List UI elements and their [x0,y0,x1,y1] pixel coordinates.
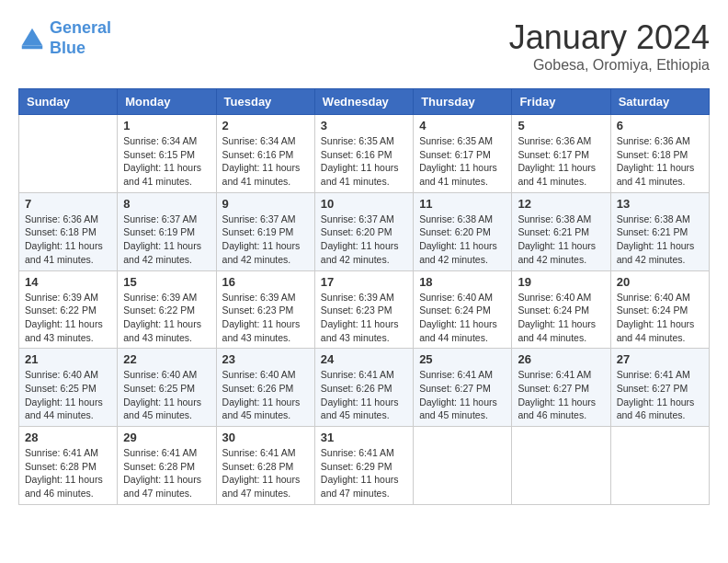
day-number: 12 [518,197,604,211]
day-info: Sunrise: 6:40 AM Sunset: 6:25 PM Dayligh… [123,368,210,422]
day-number: 11 [419,197,506,211]
day-number: 22 [123,352,210,366]
day-number: 23 [222,352,309,366]
day-number: 29 [123,431,210,444]
logo: General Blue [18,18,111,58]
day-number: 24 [321,352,407,366]
day-info: Sunrise: 6:37 AM Sunset: 6:19 PM Dayligh… [123,213,210,267]
calendar-cell: 25Sunrise: 6:41 AM Sunset: 6:27 PM Dayli… [414,349,512,427]
day-number: 15 [123,275,210,289]
day-number: 21 [25,352,111,366]
calendar-cell: 12Sunrise: 6:38 AM Sunset: 6:21 PM Dayli… [512,192,610,270]
calendar-cell: 2Sunrise: 6:34 AM Sunset: 6:16 PM Daylig… [216,115,314,193]
calendar-header: SundayMondayTuesdayWednesdayThursdayFrid… [19,89,710,115]
calendar-cell: 1Sunrise: 6:34 AM Sunset: 6:15 PM Daylig… [118,115,216,193]
svg-marker-0 [22,28,43,45]
day-number: 19 [518,275,604,289]
day-info: Sunrise: 6:41 AM Sunset: 6:27 PM Dayligh… [419,368,506,422]
calendar-cell [512,427,610,505]
title-section: January 2024 Gobesa, Oromiya, Ethiopia [509,18,710,74]
calendar-cell: 27Sunrise: 6:41 AM Sunset: 6:27 PM Dayli… [610,349,709,427]
calendar-cell: 9Sunrise: 6:37 AM Sunset: 6:19 PM Daylig… [216,192,314,270]
weekday-header: Monday [118,89,216,115]
logo-icon [18,25,46,52]
day-number: 18 [419,275,506,289]
day-info: Sunrise: 6:38 AM Sunset: 6:21 PM Dayligh… [518,213,604,267]
calendar-cell: 31Sunrise: 6:41 AM Sunset: 6:29 PM Dayli… [314,427,413,505]
calendar-cell: 21Sunrise: 6:40 AM Sunset: 6:25 PM Dayli… [19,349,118,427]
month-title: January 2024 [509,18,710,57]
day-number: 8 [123,197,210,211]
day-info: Sunrise: 6:41 AM Sunset: 6:29 PM Dayligh… [321,446,407,500]
day-number: 1 [123,119,210,132]
day-number: 26 [518,352,604,366]
calendar-cell [414,427,512,505]
day-info: Sunrise: 6:39 AM Sunset: 6:23 PM Dayligh… [222,291,309,345]
calendar-cell: 18Sunrise: 6:40 AM Sunset: 6:24 PM Dayli… [414,270,512,349]
calendar-cell: 26Sunrise: 6:41 AM Sunset: 6:27 PM Dayli… [512,349,610,427]
weekday-header: Sunday [19,89,118,115]
calendar-cell: 20Sunrise: 6:40 AM Sunset: 6:24 PM Dayli… [610,270,709,349]
day-info: Sunrise: 6:40 AM Sunset: 6:25 PM Dayligh… [25,368,111,422]
day-info: Sunrise: 6:40 AM Sunset: 6:26 PM Dayligh… [222,368,309,422]
day-number: 4 [419,119,506,132]
day-number: 10 [321,197,407,211]
day-number: 28 [25,431,111,444]
day-info: Sunrise: 6:39 AM Sunset: 6:22 PM Dayligh… [25,291,111,345]
calendar-cell: 28Sunrise: 6:41 AM Sunset: 6:28 PM Dayli… [19,427,118,505]
calendar-cell [610,427,709,505]
day-number: 20 [617,275,703,289]
day-number: 5 [518,119,604,132]
calendar-week-row: 1Sunrise: 6:34 AM Sunset: 6:15 PM Daylig… [19,115,710,193]
calendar-body: 1Sunrise: 6:34 AM Sunset: 6:15 PM Daylig… [19,115,710,505]
day-number: 27 [617,352,703,366]
calendar-cell: 16Sunrise: 6:39 AM Sunset: 6:23 PM Dayli… [216,270,314,349]
day-number: 2 [222,119,309,132]
calendar-cell: 8Sunrise: 6:37 AM Sunset: 6:19 PM Daylig… [118,192,216,270]
day-info: Sunrise: 6:39 AM Sunset: 6:22 PM Dayligh… [123,291,210,345]
calendar-week-row: 14Sunrise: 6:39 AM Sunset: 6:22 PM Dayli… [19,270,710,349]
day-info: Sunrise: 6:36 AM Sunset: 6:18 PM Dayligh… [25,213,111,267]
weekday-header: Saturday [610,89,709,115]
weekday-header: Thursday [414,89,512,115]
calendar-cell: 14Sunrise: 6:39 AM Sunset: 6:22 PM Dayli… [19,270,118,349]
page-header: General Blue January 2024 Gobesa, Oromiy… [18,18,710,74]
day-number: 14 [25,275,111,289]
day-info: Sunrise: 6:34 AM Sunset: 6:15 PM Dayligh… [123,134,210,189]
calendar-cell: 5Sunrise: 6:36 AM Sunset: 6:17 PM Daylig… [512,115,610,193]
day-number: 17 [321,275,407,289]
calendar-week-row: 28Sunrise: 6:41 AM Sunset: 6:28 PM Dayli… [19,427,710,505]
day-info: Sunrise: 6:41 AM Sunset: 6:27 PM Dayligh… [518,368,604,422]
day-info: Sunrise: 6:41 AM Sunset: 6:27 PM Dayligh… [617,368,703,422]
day-info: Sunrise: 6:41 AM Sunset: 6:28 PM Dayligh… [222,446,309,500]
calendar-cell: 17Sunrise: 6:39 AM Sunset: 6:23 PM Dayli… [314,270,413,349]
weekday-header: Friday [512,89,610,115]
day-number: 31 [321,431,407,444]
day-number: 7 [25,197,111,211]
calendar-cell: 7Sunrise: 6:36 AM Sunset: 6:18 PM Daylig… [19,192,118,270]
day-info: Sunrise: 6:39 AM Sunset: 6:23 PM Dayligh… [321,291,407,345]
calendar-cell: 11Sunrise: 6:38 AM Sunset: 6:20 PM Dayli… [414,192,512,270]
day-number: 16 [222,275,309,289]
calendar-cell: 13Sunrise: 6:38 AM Sunset: 6:21 PM Dayli… [610,192,709,270]
calendar-cell: 23Sunrise: 6:40 AM Sunset: 6:26 PM Dayli… [216,349,314,427]
day-info: Sunrise: 6:37 AM Sunset: 6:20 PM Dayligh… [321,213,407,267]
day-info: Sunrise: 6:36 AM Sunset: 6:18 PM Dayligh… [617,134,703,189]
day-info: Sunrise: 6:37 AM Sunset: 6:19 PM Dayligh… [222,213,309,267]
day-info: Sunrise: 6:35 AM Sunset: 6:17 PM Dayligh… [419,134,506,189]
day-info: Sunrise: 6:40 AM Sunset: 6:24 PM Dayligh… [518,291,604,345]
day-info: Sunrise: 6:38 AM Sunset: 6:21 PM Dayligh… [617,213,703,267]
day-number: 9 [222,197,309,211]
day-info: Sunrise: 6:35 AM Sunset: 6:16 PM Dayligh… [321,134,407,189]
calendar-cell: 15Sunrise: 6:39 AM Sunset: 6:22 PM Dayli… [118,270,216,349]
calendar-cell: 3Sunrise: 6:35 AM Sunset: 6:16 PM Daylig… [314,115,413,193]
calendar-cell: 10Sunrise: 6:37 AM Sunset: 6:20 PM Dayli… [314,192,413,270]
day-number: 30 [222,431,309,444]
day-info: Sunrise: 6:40 AM Sunset: 6:24 PM Dayligh… [617,291,703,345]
day-info: Sunrise: 6:40 AM Sunset: 6:24 PM Dayligh… [419,291,506,345]
calendar-cell [19,115,118,193]
day-info: Sunrise: 6:38 AM Sunset: 6:20 PM Dayligh… [419,213,506,267]
calendar-cell: 30Sunrise: 6:41 AM Sunset: 6:28 PM Dayli… [216,427,314,505]
weekday-header: Tuesday [216,89,314,115]
calendar-table: SundayMondayTuesdayWednesdayThursdayFrid… [18,88,710,505]
